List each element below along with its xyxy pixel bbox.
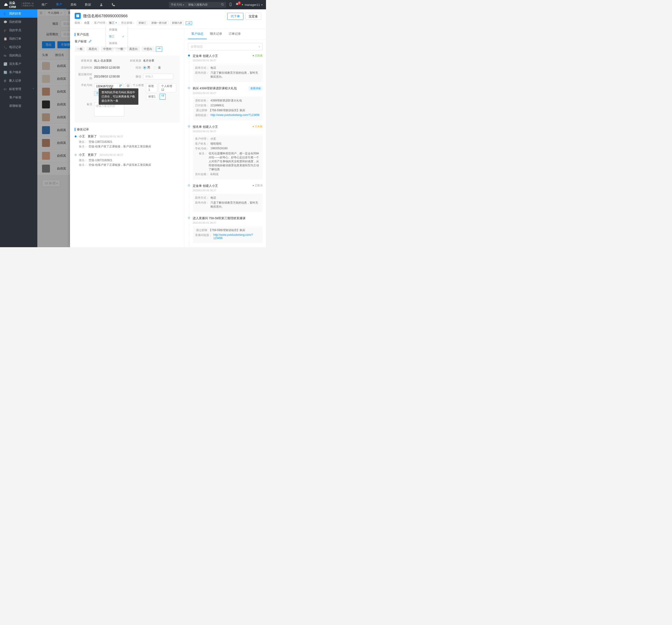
svg-rect-5 bbox=[121, 85, 122, 86]
dropdown-option[interactable]: 师馨薇 bbox=[106, 26, 127, 33]
customer-tag: 中意向 bbox=[141, 46, 154, 52]
header: 云朵CRM 教育机构一站 式服务云平台 推广客户质检数据 手机号码▾ 5 man… bbox=[0, 0, 266, 9]
customer-tag: 高意向 bbox=[127, 46, 140, 52]
sidebar-subitem[interactable]: 客户标签 bbox=[0, 93, 37, 102]
more-groups[interactable]: +4 bbox=[186, 21, 192, 25]
sidebar-item[interactable]: 👥我的好友 bbox=[0, 9, 37, 18]
customer-drawer: 微信名称6789990000966 代下单 交定金 昵称：小王 | 客户经理：张… bbox=[70, 9, 266, 247]
timeline: 定金单 创建人小王已完成2020/01/30 01:38:27跟单方式：电话跟单… bbox=[188, 54, 263, 247]
user-icon[interactable] bbox=[95, 0, 107, 9]
timeline-item: 定金单 创建人小王已取消2020/01/30 01:38:27跟单方式：电话跟单… bbox=[193, 184, 263, 212]
nav-item[interactable]: 推广 bbox=[37, 0, 52, 9]
sidebar: 👥我的好友💬我的群聊🎓我的学员📋我的订单📞电话记录🛍我的商品📉流失客户🔄客户继承… bbox=[0, 9, 37, 247]
phone-tooltip: 查询到此手机号码在系统中已存在，可以将两条客户数据合并为一条 bbox=[99, 89, 138, 105]
search-group: 手机号码▾ bbox=[169, 2, 226, 8]
customer-tag: 一般 bbox=[75, 46, 85, 52]
section-title: 修改记录 bbox=[75, 127, 180, 131]
more-ptags[interactable]: +4 bbox=[160, 94, 166, 100]
drawer-title: 微信名称6789990000966 bbox=[83, 13, 128, 19]
radio-female[interactable]: 女 bbox=[154, 66, 161, 70]
manager-select[interactable]: 客户经理：张三▴ bbox=[94, 21, 117, 25]
sidebar-item[interactable]: 🏷标签管理˄ bbox=[0, 85, 37, 93]
timeline-item: 进入直播间 759-59班第三期理财直播课2021/01/30 01:38:27… bbox=[193, 216, 263, 243]
wechat-input[interactable] bbox=[143, 74, 173, 79]
phone-icon[interactable] bbox=[107, 0, 119, 9]
svg-point-0 bbox=[101, 3, 102, 5]
phone-lookup-icon[interactable] bbox=[118, 83, 123, 89]
customer-tag: 高意向 bbox=[86, 46, 99, 52]
sidebar-item[interactable]: 📞电话记录 bbox=[0, 43, 37, 51]
wechat-icon bbox=[75, 13, 81, 19]
svg-rect-2 bbox=[230, 3, 232, 6]
proxy-order-button[interactable]: 代下单 bbox=[227, 13, 243, 20]
manager-dropdown: 师馨薇 张三✓ 俱保咏 bbox=[106, 25, 127, 48]
right-tab[interactable]: 客户动态 bbox=[188, 29, 207, 39]
timeline-item: 报名单 创建人小王已失败2020/01/30 01:38:27客户经理：小王客户… bbox=[193, 125, 263, 180]
drawer-header: 微信名称6789990000966 代下单 交定金 昵称：小王 | 客户经理：张… bbox=[70, 9, 266, 29]
svg-point-1 bbox=[221, 3, 223, 5]
mobile-icon[interactable] bbox=[229, 3, 233, 7]
svg-rect-3 bbox=[76, 15, 79, 17]
top-nav: 推广客户质检数据 bbox=[37, 0, 119, 9]
bell-icon[interactable]: 5 bbox=[235, 3, 239, 7]
nav-item[interactable]: 质检 bbox=[66, 0, 81, 9]
sidebar-subitem[interactable]: 群聊标签 bbox=[0, 102, 37, 110]
user-menu[interactable]: manager11▾ bbox=[242, 3, 263, 6]
sidebar-item[interactable]: 🎓我的学员 bbox=[0, 26, 37, 34]
nav-item[interactable]: 数据 bbox=[81, 0, 95, 9]
dropdown-option[interactable]: 俱保咏 bbox=[106, 40, 127, 47]
drawer-left: 客户信息 客户标签 一般高意向中意向一般高意向中意向+4 获客来源线上-北京昱新… bbox=[70, 29, 184, 247]
sidebar-item[interactable]: 💬我的群聊 bbox=[0, 18, 37, 26]
sidebar-item[interactable]: 📋我的订单 bbox=[0, 34, 37, 43]
drawer-right: 客户动态聊天记录订单记录 全部动态▾ 定金单 创建人小王已完成2020/01/3… bbox=[184, 29, 266, 247]
drawer-subinfo: 昵称：小王 | 客户经理：张三▴ | 所在群聊： 群聊三 群聊一群大群 群聊六群… bbox=[75, 21, 261, 25]
sidebar-item[interactable]: 🗑删人记录 bbox=[0, 76, 37, 85]
dropdown-option[interactable]: 张三✓ bbox=[106, 33, 127, 40]
svg-rect-4 bbox=[120, 85, 121, 86]
edit-icon[interactable] bbox=[89, 40, 92, 43]
sidebar-item[interactable]: 🛍我的商品 bbox=[0, 51, 37, 60]
timeline-item: 定金单 创建人小王已完成2020/01/30 01:38:27跟单方式：电话跟单… bbox=[193, 54, 263, 82]
logo: 云朵CRM 教育机构一站 式服务云平台 bbox=[0, 1, 37, 9]
right-tab[interactable]: 订单记录 bbox=[225, 29, 244, 39]
history-item: 小王更新了2021/01/30 01:38:27微信：空值-1367218282… bbox=[75, 153, 180, 168]
search-button[interactable] bbox=[219, 2, 226, 8]
check-icon: ✓ bbox=[122, 35, 124, 38]
right-tab[interactable]: 聊天记录 bbox=[207, 29, 225, 39]
more-tags[interactable]: +4 bbox=[156, 46, 162, 52]
right-tabs: 客户动态聊天记录订单记录 bbox=[185, 29, 266, 40]
view-detail-button[interactable]: 查看详情 bbox=[248, 86, 263, 91]
sidebar-item[interactable]: 🔄客户继承 bbox=[0, 68, 37, 76]
sidebar-item[interactable]: 📉流失客户 bbox=[0, 60, 37, 68]
search-input[interactable] bbox=[186, 2, 219, 8]
radio-male[interactable]: 男 bbox=[143, 66, 150, 70]
svg-rect-6 bbox=[120, 86, 121, 87]
search-type-select[interactable]: 手机号码▾ bbox=[169, 2, 186, 8]
activity-filter[interactable]: 全部动态▾ bbox=[188, 43, 263, 50]
timeline-item: 购买 4399理财课进阶课程大礼包查看详情2020/01/30 01:38:27… bbox=[193, 86, 263, 121]
deposit-button[interactable]: 交定金 bbox=[245, 13, 261, 20]
nav-item[interactable]: 客户 bbox=[52, 0, 66, 9]
info-grid: 获客来源线上-北京昱新 好友来源名片分享 添加时间2021/09/10 12:0… bbox=[75, 55, 180, 123]
history-item: 小王更新了2021/01/30 01:38:27微信：空值-1367218282… bbox=[75, 134, 180, 149]
section-title: 客户信息 bbox=[75, 32, 180, 36]
